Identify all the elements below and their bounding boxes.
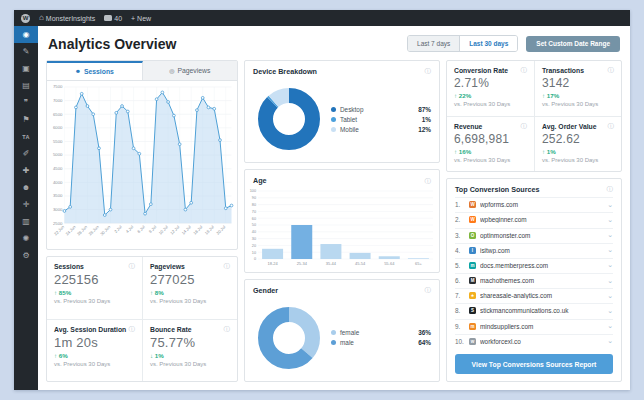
source-domain: optinmonster.com	[480, 232, 603, 239]
svg-text:10: 10	[252, 251, 256, 255]
svg-text:4 Jul: 4 Jul	[125, 224, 135, 234]
legend-label: female	[340, 329, 414, 336]
view-report-button[interactable]: View Top Conversions Sources Report	[455, 354, 613, 374]
sidebar-item-settings[interactable]: ▥	[14, 213, 38, 230]
source-row-shareasale-analytics.com[interactable]: 7.★shareasale-analytics.com⌄	[455, 288, 613, 302]
source-row-docs.memberpress.com[interactable]: 5.mdocs.memberpress.com⌄	[455, 258, 613, 272]
sidebar-item-tools[interactable]: ✛	[14, 196, 38, 213]
svg-text:12 Jul: 12 Jul	[169, 224, 180, 235]
sessions-chart-panel: ☻Sessions◎Pageviews 25003000350040004500…	[46, 60, 238, 250]
info-icon[interactable]: ⓘ	[425, 68, 432, 75]
site-favicon-icon: ★	[469, 292, 476, 299]
comments-icon: ❞	[24, 98, 28, 107]
wordpress-admin-window: W ⌂ MonsterInsights 40 + New ◉✎▣▤❞⚑TA✐✚☻…	[14, 10, 630, 390]
feedback-icon: ⚑	[22, 115, 29, 124]
legend-label: male	[340, 339, 414, 346]
sidebar-item-collapse[interactable]: ⚙	[14, 247, 38, 264]
source-row-wpbeginner.com[interactable]: 2.Wwpbeginner.com⌄	[455, 212, 613, 226]
sidebar-item-dashboard[interactable]: ◉	[14, 26, 38, 43]
stat-card-revenue: Revenueⓘ6,698,981↑ 16%vs. Previous 30 Da…	[447, 116, 534, 172]
stat-caption: vs. Previous 30 Days	[150, 298, 230, 304]
info-icon[interactable]: ⓘ	[521, 67, 528, 74]
svg-text:55-64: 55-64	[384, 261, 395, 266]
stat-caption: vs. Previous 30 Days	[150, 361, 230, 367]
source-rank: 2.	[455, 216, 465, 223]
set-custom-date-range-button[interactable]: Set Custom Date Range	[526, 36, 620, 52]
info-icon[interactable]: ⓘ	[607, 186, 614, 193]
admin-bar: W ⌂ MonsterInsights 40 + New	[14, 10, 630, 26]
age-panel: Age ⓘ 010203040506070809010018-2425-3435…	[244, 169, 440, 272]
source-row-optinmonster.com[interactable]: 3.Ooptinmonster.com⌄	[455, 228, 613, 242]
source-domain: isitwp.com	[480, 247, 603, 254]
stat-caption: vs. Previous 30 Days	[542, 101, 614, 107]
source-domain: workforcexl.co	[480, 338, 603, 345]
chevron-down-icon[interactable]: ⌄	[607, 216, 613, 224]
tools-icon: ✛	[23, 200, 30, 209]
tab-pageviews[interactable]: ◎Pageviews	[143, 61, 238, 80]
chevron-down-icon[interactable]: ⌄	[607, 261, 613, 269]
user-icon: ☻	[75, 68, 81, 74]
svg-text:20 Jul: 20 Jul	[215, 224, 226, 235]
svg-text:10 Jul: 10 Jul	[158, 224, 169, 235]
stat-change: ↑ 8%	[150, 289, 230, 296]
chevron-down-icon[interactable]: ⌄	[607, 322, 613, 330]
site-favicon-icon: O	[469, 232, 476, 239]
sidebar-item-feedback[interactable]: ⚑	[14, 111, 38, 128]
comments-menu[interactable]: 40	[104, 15, 122, 22]
svg-text:26 Jun: 26 Jun	[76, 224, 88, 236]
range-button-last-7-days[interactable]: Last 7 days	[408, 36, 459, 51]
sidebar-item-pages[interactable]: ▤	[14, 77, 38, 94]
site-menu[interactable]: ⌂ MonsterInsights	[39, 14, 95, 22]
sidebar-item-plugins[interactable]: ✚	[14, 162, 38, 179]
svg-text:80: 80	[252, 203, 256, 207]
chevron-down-icon[interactable]: ⌄	[607, 201, 613, 209]
svg-text:5000: 5000	[53, 152, 63, 157]
sidebar-item-appearance[interactable]: ✐	[14, 145, 38, 162]
site-favicon-icon: m	[469, 323, 476, 330]
info-icon[interactable]: ⓘ	[129, 326, 136, 333]
sidebar-item-insights[interactable]: ✺	[14, 230, 38, 247]
range-button-last-30-days[interactable]: Last 30 days	[459, 36, 517, 51]
info-icon[interactable]: ⓘ	[608, 67, 615, 74]
sidebar-item-users[interactable]: ☻	[14, 179, 38, 196]
source-row-workforcexl.co[interactable]: 10.wworkforcexl.co⌄	[455, 334, 613, 348]
source-row-mindsuppliers.com[interactable]: 9.mmindsuppliers.com⌄	[455, 319, 613, 333]
site-favicon-icon: W	[469, 216, 476, 223]
chevron-down-icon[interactable]: ⌄	[607, 307, 613, 315]
source-row-isitwp.com[interactable]: 4.Iisitwp.com⌄	[455, 243, 613, 257]
source-rank: 5.	[455, 262, 465, 269]
source-row-stickmancommunications.co.uk[interactable]: 8.Sstickmancommunications.co.uk⌄	[455, 303, 613, 317]
chevron-down-icon[interactable]: ⌄	[607, 246, 613, 254]
posts-icon: ✎	[23, 47, 30, 56]
sidebar-item-posts[interactable]: ✎	[14, 43, 38, 60]
info-icon[interactable]: ⓘ	[521, 123, 528, 130]
info-icon[interactable]: ⓘ	[425, 178, 432, 185]
chevron-down-icon[interactable]: ⌄	[607, 231, 613, 239]
sidebar-item-comments[interactable]: ❞	[14, 94, 38, 111]
source-domain: mindsuppliers.com	[480, 323, 603, 330]
source-row-machothemes.com[interactable]: 6.Mmachothemes.com⌄	[455, 273, 613, 287]
media-icon: ▣	[22, 64, 30, 73]
chevron-down-icon[interactable]: ⌄	[607, 277, 613, 285]
stat-change-value: 17%	[547, 92, 559, 99]
legend-dot-icon	[331, 107, 336, 112]
device-breakdown-title: Device Breakdown	[253, 67, 317, 76]
source-row-wpforms.com[interactable]: 1.Wwpforms.com⌄	[455, 197, 613, 211]
source-rank: 6.	[455, 277, 465, 284]
info-icon[interactable]: ⓘ	[425, 287, 432, 294]
tab-sessions[interactable]: ☻Sessions	[47, 61, 143, 80]
wp-logo-menu[interactable]: W	[21, 14, 30, 23]
stat-value: 6,698,981	[454, 132, 527, 146]
stat-change-value: 85%	[59, 289, 71, 296]
sidebar-item-media[interactable]: ▣	[14, 60, 38, 77]
info-icon[interactable]: ⓘ	[224, 326, 231, 333]
stat-change-value: 8%	[155, 289, 164, 296]
info-icon[interactable]: ⓘ	[224, 263, 231, 270]
info-icon[interactable]: ⓘ	[608, 123, 615, 130]
info-icon[interactable]: ⓘ	[129, 263, 136, 270]
chevron-down-icon[interactable]: ⌄	[607, 292, 613, 300]
new-content-menu[interactable]: + New	[131, 15, 151, 22]
settings-icon: ▥	[22, 217, 30, 226]
sidebar-item-ta-plugin[interactable]: TA	[14, 128, 38, 145]
chevron-down-icon[interactable]: ⌄	[607, 337, 613, 345]
